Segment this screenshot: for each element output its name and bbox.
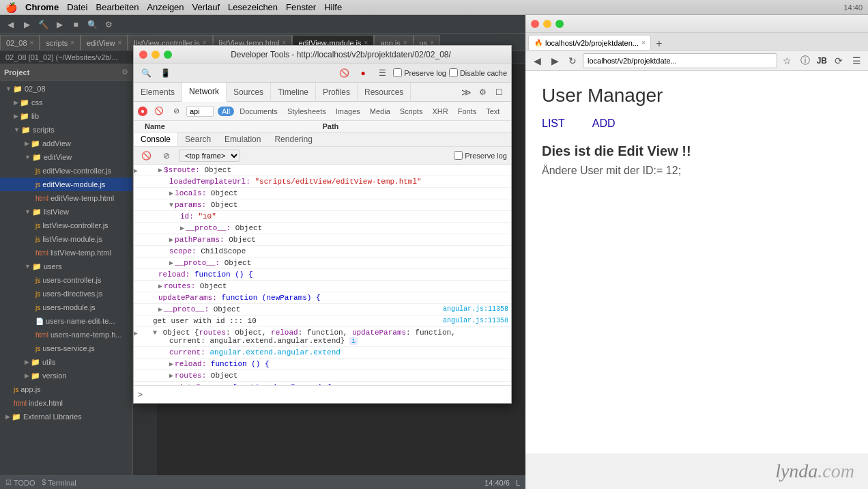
- dt-filter-media[interactable]: Media: [366, 107, 394, 116]
- tree-item-editview-temp[interactable]: html editView-temp.html: [0, 191, 132, 205]
- add-link[interactable]: ADD: [592, 117, 616, 130]
- dt-tab-resources[interactable]: Resources: [358, 83, 411, 102]
- devtools-console[interactable]: ▶ ▶$sroute: Object loadedTemplateUrl: "s…: [134, 165, 511, 385]
- tree-item-editview-controller[interactable]: js editView-controller.js: [0, 164, 132, 178]
- dt-preserve-log-checkbox[interactable]: [393, 68, 402, 77]
- dt-tab-profiles[interactable]: Profiles: [316, 83, 358, 102]
- tree-item-users-service[interactable]: js users-service.js: [0, 341, 132, 355]
- tab-close-icon[interactable]: ×: [30, 39, 34, 46]
- new-tab-btn[interactable]: +: [651, 38, 667, 50]
- tree-item-external[interactable]: ▶ 📁 External Libraries: [0, 410, 132, 423]
- tree-item-listview-module[interactable]: js listView-module.js: [0, 232, 132, 246]
- ide-forward-btn[interactable]: ▶: [19, 17, 34, 32]
- dt-filter-text[interactable]: Text: [482, 107, 504, 116]
- console-input[interactable]: [145, 391, 507, 399]
- menu-fenster[interactable]: Fenster: [286, 2, 316, 12]
- tree-item-scripts[interactable]: ▼ 📁 scripts: [0, 123, 132, 137]
- dt-clear-btn[interactable]: 🚫: [151, 105, 167, 117]
- expand-proto3[interactable]: ▶__proto__: Object: [158, 305, 240, 313]
- dt-tab-sources[interactable]: Sources: [227, 83, 271, 102]
- dt-filter-input[interactable]: [186, 106, 214, 117]
- dt-filter-documents[interactable]: Documents: [235, 107, 282, 116]
- dt-filter-xhr[interactable]: XHR: [428, 107, 452, 116]
- fileref2[interactable]: angular.js:11358: [443, 317, 511, 324]
- expand-routes2[interactable]: ▶routes: Object: [169, 372, 237, 380]
- console-preserve-checkbox[interactable]: [454, 151, 463, 160]
- browser-back-btn[interactable]: ◀: [530, 53, 545, 68]
- dt-filter-clear-btn[interactable]: 🚫: [336, 66, 352, 81]
- terminal-btn[interactable]: $ Terminal: [42, 479, 76, 487]
- browser-maximize-btn[interactable]: [555, 20, 564, 28]
- tree-item-users[interactable]: ▼ 📁 users: [0, 260, 132, 273]
- dt-more-btn[interactable]: ≫: [458, 85, 474, 100]
- browser-menu-btn[interactable]: ☰: [849, 53, 864, 68]
- ide-back-btn[interactable]: ◀: [3, 17, 18, 32]
- dt-filter-btn[interactable]: ☰: [374, 66, 390, 81]
- browser-info-btn[interactable]: ⓘ: [798, 53, 813, 68]
- tree-item-editview-module[interactable]: js editView-module.js: [0, 178, 132, 191]
- sidebar-gear-icon[interactable]: ⚙: [121, 68, 128, 76]
- menu-hilfe[interactable]: Hilfe: [324, 2, 342, 12]
- dt-filter-icon-btn[interactable]: ⊘: [171, 105, 182, 117]
- menu-lesezeichen[interactable]: Lesezeichen: [228, 2, 278, 12]
- dt-filter-scripts[interactable]: Scripts: [396, 107, 427, 116]
- list-link[interactable]: LIST: [542, 117, 565, 130]
- browser-url-input[interactable]: [583, 53, 777, 68]
- tree-item-users-name-temp[interactable]: html users-name-temp.h...: [0, 328, 132, 341]
- browser-tab-active[interactable]: 🔥 localhost/v2b/projektdaten... ×: [528, 35, 651, 50]
- ide-run-btn[interactable]: ▶: [52, 17, 67, 32]
- console-frame-select[interactable]: <top frame>: [179, 150, 240, 162]
- tree-item-users-module[interactable]: js users-module.js: [0, 301, 132, 314]
- dt-settings-btn[interactable]: ⚙: [474, 85, 491, 100]
- tab-editview[interactable]: editView ×: [81, 35, 128, 50]
- tree-item-editview[interactable]: ▼ 📁 editView: [0, 150, 132, 164]
- expand-params[interactable]: ▼params: Object: [169, 201, 237, 209]
- tree-item-utils[interactable]: ▶ 📁 utils: [0, 355, 132, 369]
- tree-item-users-name-edit[interactable]: 📄 users-name-edit-te...: [0, 314, 132, 328]
- rendering-tab[interactable]: Rendering: [267, 132, 319, 146]
- tree-item-listview[interactable]: ▼ 📁 listView: [0, 205, 132, 219]
- menu-chrome[interactable]: Chrome: [25, 2, 59, 12]
- console-tab[interactable]: Console: [134, 132, 178, 146]
- browser-sync-btn[interactable]: ⟳: [831, 53, 846, 68]
- tree-item-version[interactable]: ▶ 📁 version: [0, 369, 132, 382]
- menu-bearbeiten[interactable]: Bearbeiten: [96, 2, 139, 12]
- expand-proto1[interactable]: ▶__proto__: Object: [180, 224, 262, 232]
- tab-02-08[interactable]: 02_08 ×: [0, 35, 40, 50]
- expand-obj[interactable]: ▼ Object {routes: Object, reload: functi…: [153, 329, 456, 337]
- menu-anzeigen[interactable]: Anzeigen: [147, 2, 184, 12]
- todo-btn[interactable]: ☑ TODO: [5, 479, 35, 487]
- expand-sroute[interactable]: ▶$sroute: Object: [147, 166, 231, 174]
- tab-close-icon[interactable]: ×: [117, 39, 121, 46]
- expand-routes[interactable]: ▶routes: Object: [158, 282, 227, 290]
- expand-pathparams[interactable]: ▶pathParams: Object: [169, 236, 256, 244]
- dt-record-btn[interactable]: ●: [355, 66, 371, 81]
- tree-item-index[interactable]: html index.html: [0, 396, 132, 410]
- tree-item-app[interactable]: js app.js: [0, 382, 132, 396]
- browser-bookmark-btn[interactable]: ☆: [780, 53, 795, 68]
- dt-mobile-btn[interactable]: 📱: [157, 66, 173, 81]
- ide-search-btn[interactable]: 🔍: [85, 17, 100, 32]
- tree-item-users-directives[interactable]: js users-directives.js: [0, 287, 132, 301]
- dt-inspect-btn[interactable]: 🔍: [138, 66, 154, 81]
- emulation-tab[interactable]: Emulation: [218, 132, 267, 146]
- dt-tab-elements[interactable]: Elements: [134, 83, 182, 102]
- menu-datei[interactable]: Datei: [67, 2, 87, 12]
- apple-menu[interactable]: 🍎: [5, 2, 17, 13]
- dt-tab-network[interactable]: Network: [182, 83, 227, 102]
- tree-item-addview[interactable]: ▶ 📁 addView: [0, 137, 132, 150]
- dt-filter-images[interactable]: Images: [332, 107, 364, 116]
- tab-close-icon[interactable]: ×: [70, 39, 74, 46]
- dt-filter-fonts[interactable]: Fonts: [454, 107, 481, 116]
- browser-close-btn[interactable]: [531, 20, 539, 28]
- console-filter-btn[interactable]: ⊘: [158, 148, 175, 163]
- tree-item-listview-controller[interactable]: js listView-controller.js: [0, 219, 132, 232]
- tree-item-css[interactable]: ▶ 📁 css: [0, 96, 132, 109]
- ide-build-btn[interactable]: 🔨: [35, 17, 50, 32]
- tab-close-icon[interactable]: ×: [641, 39, 646, 46]
- tree-item-02-08[interactable]: ▼ 📁 02_08: [0, 82, 132, 96]
- browser-forward-btn[interactable]: ▶: [547, 53, 562, 68]
- fileref1[interactable]: angular.js:11358: [443, 305, 511, 313]
- console-clear-btn[interactable]: 🚫: [138, 148, 154, 163]
- expand-proto2[interactable]: ▶__proto__: Object: [169, 259, 251, 267]
